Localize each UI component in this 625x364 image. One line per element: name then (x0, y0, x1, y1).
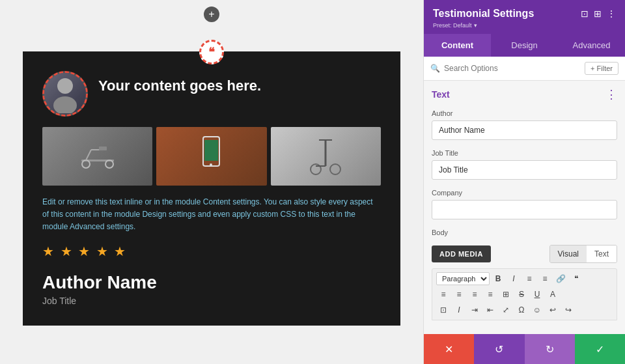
text-mode-tab[interactable]: Text (587, 245, 617, 262)
svg-point-0 (57, 78, 73, 94)
bold-button[interactable]: B (491, 272, 505, 286)
subscript-button[interactable]: I (452, 303, 466, 317)
toolbar-row-1: Paragraph B I ≡ ≡ 🔗 ❝ (436, 272, 613, 286)
filter-button[interactable]: + Filter (585, 62, 618, 75)
search-input[interactable] (444, 64, 581, 73)
testimonial-block: ❝ Your content goes here. (23, 51, 400, 326)
table-button[interactable]: ⊞ (499, 287, 513, 301)
redo-editor-button[interactable]: ↪ (561, 303, 576, 317)
justify-button[interactable]: ≡ (483, 287, 497, 301)
strikethrough-button[interactable]: S (514, 287, 529, 301)
author-name-display: Author Name (42, 272, 381, 293)
paragraph-select[interactable]: Paragraph (436, 272, 490, 285)
svg-line-5 (86, 150, 91, 160)
add-media-button[interactable]: ADD MEDIA (432, 245, 491, 262)
job-title-label: Job Title (432, 149, 617, 157)
toolbar-row-2: ≡ ≡ ≡ ≡ ⊞ S U A (436, 287, 613, 301)
panel-content: Text ⋮ Author Job Title Company Body ADD… (424, 81, 625, 334)
omega-button[interactable]: Ω (514, 303, 529, 317)
body-header: Body (432, 229, 617, 240)
svg-point-1 (53, 96, 77, 113)
editor-mode-tabs: Visual Text (549, 245, 617, 263)
company-input[interactable] (432, 200, 617, 219)
body-section: Body ADD MEDIA Visual Text Paragraph B I… (432, 229, 617, 320)
more-icon[interactable]: ⋮ (607, 8, 616, 19)
avatar (42, 71, 88, 117)
testimonial-header: Your content goes here. (42, 71, 381, 117)
job-title-input[interactable] (432, 160, 617, 180)
svg-rect-9 (204, 140, 218, 161)
job-title-display: Job Title (42, 296, 381, 306)
section-more-icon[interactable]: ⋮ (605, 87, 617, 102)
search-bar: 🔍 + Filter (424, 57, 625, 81)
company-label: Company (432, 189, 617, 197)
align-left-button[interactable]: ≡ (436, 287, 451, 301)
image-row (42, 127, 381, 186)
image-thumb-1 (42, 127, 152, 186)
author-label: Author (432, 109, 617, 117)
ol-button[interactable]: ≡ (522, 272, 536, 286)
body-label: Body (432, 229, 448, 236)
panel-header: Testimonial Settings ⊡ ⊞ ⋮ Preset: Defau… (424, 0, 625, 34)
underline-button[interactable]: U (530, 287, 544, 301)
author-input[interactable] (432, 120, 617, 140)
toolbar-row-3: ⊡ I ⇥ ⇤ ⤢ Ω ☺ ↩ ↪ (436, 303, 613, 317)
indent-button[interactable]: ⇥ (467, 303, 482, 317)
quote-icon: ❝ (199, 40, 224, 64)
tab-design[interactable]: Design (491, 34, 558, 57)
blockquote-button[interactable]: ❝ (569, 272, 583, 286)
field-job-title: Job Title (432, 149, 617, 180)
paste-button[interactable]: ⊡ (436, 303, 451, 317)
redo-button[interactable]: ↻ (525, 334, 575, 364)
image-thumb-2 (156, 127, 266, 186)
undo-editor-button[interactable]: ↩ (546, 303, 560, 317)
panel-title: Testimonial Settings (433, 8, 534, 20)
align-right-button[interactable]: ≡ (467, 287, 482, 301)
color-button[interactable]: A (546, 287, 560, 301)
grid-icon[interactable]: ⊞ (594, 8, 602, 19)
star-rating: ★ ★ ★ ★ ★ (42, 244, 381, 259)
svg-point-14 (330, 164, 340, 175)
confirm-button[interactable]: ✓ (575, 334, 625, 364)
ul-button[interactable]: ≡ (538, 272, 552, 286)
undo-button[interactable]: ↺ (474, 334, 524, 364)
image-thumb-3 (271, 127, 381, 186)
editor-toolbar: Paragraph B I ≡ ≡ 🔗 ❝ ≡ ≡ ≡ ≡ ⊞ S U (432, 268, 617, 320)
tab-content[interactable]: Content (424, 34, 491, 57)
preset-label[interactable]: Preset: Default ▾ (433, 22, 616, 29)
svg-rect-7 (99, 147, 107, 150)
section-title-text: Text (432, 89, 450, 100)
section-header-text: Text ⋮ (432, 87, 617, 102)
outdent-button[interactable]: ⇤ (483, 303, 497, 317)
field-company: Company (432, 189, 617, 219)
settings-panel: Testimonial Settings ⊡ ⊞ ⋮ Preset: Defau… (423, 0, 625, 364)
cancel-button[interactable]: ✕ (424, 334, 474, 364)
panel-title-icons: ⊡ ⊞ ⋮ (581, 8, 616, 19)
testimonial-heading: Your content goes here. (98, 71, 261, 94)
italic-button[interactable]: I (507, 272, 521, 286)
copy-icon[interactable]: ⊡ (581, 8, 589, 19)
field-author: Author (432, 109, 617, 140)
visual-mode-tab[interactable]: Visual (550, 245, 587, 262)
search-icon: 🔍 (430, 64, 440, 73)
align-center-button[interactable]: ≡ (452, 287, 466, 301)
tab-advanced[interactable]: Advanced (558, 34, 625, 57)
add-section-button[interactable]: + (204, 7, 219, 22)
emoji-button[interactable]: ☺ (530, 303, 544, 317)
panel-tabs: Content Design Advanced (424, 34, 625, 57)
testimonial-body: Edit or remove this text inline or in th… (42, 196, 381, 234)
link-button[interactable]: 🔗 (553, 272, 568, 286)
svg-point-10 (210, 163, 212, 166)
fullscreen-button[interactable]: ⤢ (499, 303, 513, 317)
panel-footer: ✕ ↺ ↻ ✓ (424, 334, 625, 364)
preview-area: + ❝ Your content goes here. (0, 0, 423, 364)
